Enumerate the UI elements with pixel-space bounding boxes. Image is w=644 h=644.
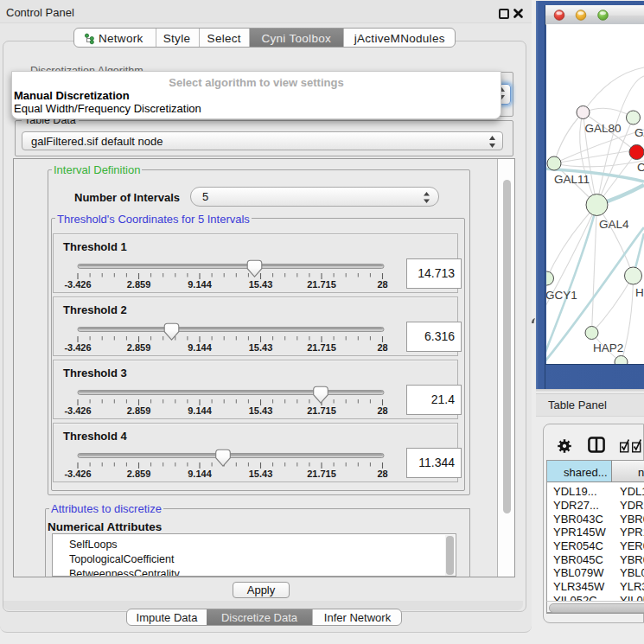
svg-text:HAP2: HAP2 bbox=[593, 341, 623, 354]
svg-text:28: 28 bbox=[377, 279, 387, 290]
svg-text:-3.426: -3.426 bbox=[64, 405, 91, 416]
svg-text:GCY1: GCY1 bbox=[546, 289, 577, 302]
svg-text:28: 28 bbox=[377, 342, 387, 353]
svg-text:HIS4: HIS4 bbox=[635, 286, 644, 299]
svg-text:9.144: 9.144 bbox=[188, 279, 212, 290]
svg-text:GAL4: GAL4 bbox=[599, 218, 629, 231]
svg-text:2.859: 2.859 bbox=[127, 469, 151, 479]
svg-text:21.715: 21.715 bbox=[307, 405, 336, 416]
svg-text:CDC6: CDC6 bbox=[637, 161, 644, 174]
svg-text:15.43: 15.43 bbox=[249, 279, 273, 290]
svg-text:9.144: 9.144 bbox=[188, 405, 212, 416]
svg-text:GAL80: GAL80 bbox=[585, 122, 622, 135]
svg-text:15.43: 15.43 bbox=[249, 469, 273, 479]
svg-text:2.859: 2.859 bbox=[127, 279, 151, 290]
svg-text:-3.426: -3.426 bbox=[64, 342, 91, 353]
svg-text:-3.426: -3.426 bbox=[64, 469, 91, 479]
svg-text:21.715: 21.715 bbox=[307, 342, 336, 353]
svg-text:28: 28 bbox=[377, 469, 387, 479]
svg-text:15.43: 15.43 bbox=[249, 342, 273, 353]
svg-text:28: 28 bbox=[377, 405, 387, 416]
svg-text:21.715: 21.715 bbox=[307, 469, 336, 479]
svg-text:2.859: 2.859 bbox=[127, 405, 151, 416]
svg-text:-3.426: -3.426 bbox=[64, 279, 91, 290]
svg-text:GAL11: GAL11 bbox=[554, 173, 590, 186]
svg-text:2.859: 2.859 bbox=[127, 342, 151, 353]
svg-text:9.144: 9.144 bbox=[188, 342, 212, 353]
svg-text:15.43: 15.43 bbox=[249, 405, 273, 416]
svg-text:9.144: 9.144 bbox=[188, 469, 212, 479]
svg-text:GAL7: GAL7 bbox=[634, 126, 644, 139]
svg-text:21.715: 21.715 bbox=[307, 279, 336, 290]
